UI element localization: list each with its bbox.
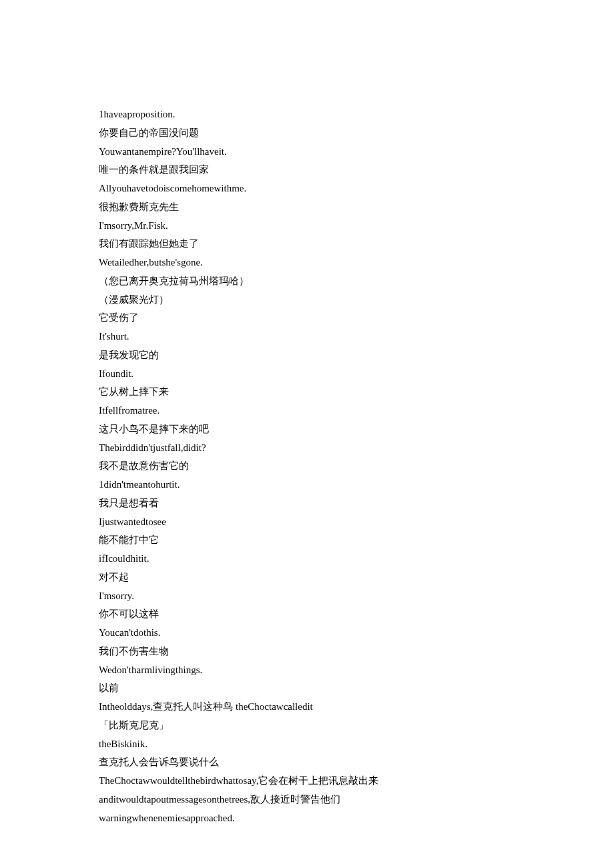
text-line: Youwantanempire?You'llhaveit.	[99, 143, 515, 161]
text-line: 我们不伤害生物	[99, 642, 515, 661]
text-line: 你要自己的帝国没问题	[99, 124, 515, 143]
text-line: I'msorry.	[99, 587, 515, 606]
text-line: 你不可以这样	[99, 605, 515, 624]
text-line: 它受伤了	[99, 309, 515, 328]
text-line: I'msorry,Mr.Fisk.	[99, 217, 515, 236]
text-block: 1haveaproposition.你要自己的帝国没问题Youwantanemp…	[99, 105, 515, 827]
text-line: 查克托人会告诉鸟要说什么	[99, 753, 515, 772]
text-line: 唯一的条件就是跟我回家	[99, 161, 515, 179]
text-line: （漫威聚光灯）	[99, 291, 515, 310]
text-line: TheChoctawwouldtellthebirdwhattosay,它会在树…	[99, 772, 515, 791]
text-line: Ijustwantedtosee	[99, 513, 515, 532]
text-line: 很抱歉费斯克先生	[99, 198, 515, 217]
text-line: theBiskinik.	[99, 735, 515, 754]
text-line: warningwhenenemiesapproached.	[99, 809, 515, 828]
text-line: Itfellfromatree.	[99, 402, 515, 420]
text-line: 我只是想看看	[99, 494, 515, 513]
text-line: 能不能打中它	[99, 531, 515, 550]
text-line: 「比斯克尼克」	[99, 717, 515, 735]
text-line: 对不起	[99, 568, 515, 587]
text-line: 1didn'tmeantohurtit.	[99, 476, 515, 494]
text-line: Wedon'tharmlivingthings.	[99, 661, 515, 680]
text-line: 它从树上摔下来	[99, 383, 515, 402]
text-line: It'shurt.	[99, 328, 515, 346]
text-line: 是我发现它的	[99, 346, 515, 365]
text-line: 以前	[99, 679, 515, 698]
document-page: 1haveaproposition.你要自己的帝国没问题Youwantanemp…	[0, 0, 614, 868]
text-line: ifIcouldhitit.	[99, 550, 515, 568]
text-line: （您已离开奥克拉荷马州塔玛哈）	[99, 272, 515, 291]
text-line: Ifoundit.	[99, 365, 515, 384]
text-line: 这只小鸟不是摔下来的吧	[99, 420, 515, 439]
text-line: anditwouldtapoutmessagesonthetrees,敌人接近时…	[99, 791, 515, 809]
text-line: Intheolddays,查克托人叫这种鸟 theChoctawcalledit	[99, 698, 515, 717]
text-line: Thebirddidn'tjustfall,didit?	[99, 439, 515, 458]
text-line: 我不是故意伤害它的	[99, 457, 515, 476]
text-line: Wetailedher,butshe'sgone.	[99, 254, 515, 272]
text-line: Allyouhavetodoiscomehomewithme.	[99, 179, 515, 198]
text-line: Youcan'tdothis.	[99, 624, 515, 642]
text-line: 1haveaproposition.	[99, 105, 515, 124]
text-line: 我们有跟踪她但她走了	[99, 235, 515, 254]
